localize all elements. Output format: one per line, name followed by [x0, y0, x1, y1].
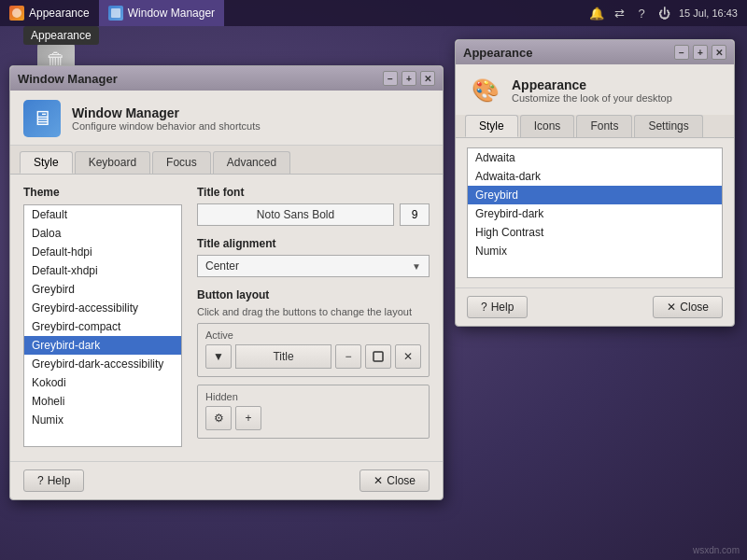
font-display[interactable]: Noto Sans Bold: [197, 203, 394, 226]
app-tab-settings-label: Settings: [648, 119, 688, 133]
wm-maximize-button[interactable]: +: [402, 71, 416, 86]
wm-close-button[interactable]: ✕ Close: [359, 469, 430, 492]
font-size: 9: [412, 208, 418, 221]
app-theme-list[interactable]: Adwaita Adwaita-dark Greybird Greybird-d…: [467, 147, 723, 278]
app-tab-fonts[interactable]: Fonts: [576, 115, 632, 137]
app-header: 🎨 Appearance Customize the look of your …: [456, 64, 734, 115]
tab-style[interactable]: Style: [20, 151, 73, 174]
wm-theme-kokodi[interactable]: Kokodi: [24, 373, 181, 392]
select-arrow-icon: ▼: [412, 261, 421, 272]
wm-theme-moheli[interactable]: Moheli: [24, 392, 181, 411]
tab-advanced[interactable]: Advanced: [213, 151, 290, 174]
wm-tab-bar: Style Keyboard Focus Advanced: [10, 146, 443, 175]
app-tab-bar: Style Icons Fonts Settings: [456, 115, 734, 138]
wm-minimize-button[interactable]: −: [383, 71, 398, 86]
tab-keyboard-label: Keyboard: [89, 156, 136, 169]
hidden-group: Hidden ⚙ +: [197, 385, 430, 439]
tab-focus[interactable]: Focus: [152, 151, 211, 174]
app-theme-greybird-dark[interactable]: Greybird-dark: [468, 204, 722, 223]
active-group: Active ▼ Title − ✕: [197, 323, 430, 377]
wm-theme-greybird-accessibility[interactable]: Greybird-accessibility: [24, 299, 181, 317]
active-btn-minimize[interactable]: −: [335, 344, 361, 369]
help-tray-icon[interactable]: ?: [634, 6, 649, 21]
app-theme-greybird[interactable]: Greybird: [468, 186, 722, 204]
power-icon[interactable]: ⏻: [656, 6, 671, 21]
app-help-label: Help: [491, 301, 514, 314]
wm-theme-list[interactable]: Default Daloa Default-hdpi Default-xhdpi…: [23, 204, 182, 447]
bell-icon[interactable]: 🔔: [589, 6, 604, 21]
tab-style-label: Style: [34, 156, 59, 169]
button-layout-group: Button layout Click and drag the buttons…: [197, 288, 430, 439]
title-alignment-select[interactable]: Center ▼: [197, 255, 430, 277]
wm-title: Window Manager: [18, 72, 118, 86]
title-text: Title: [273, 350, 293, 363]
button-layout-label: Button layout: [197, 288, 430, 301]
app-tab-settings[interactable]: Settings: [634, 115, 702, 137]
app-theme-numix[interactable]: Numix: [468, 242, 722, 260]
wm-theme-greybird[interactable]: Greybird: [24, 280, 181, 299]
tab-keyboard[interactable]: Keyboard: [75, 151, 150, 174]
svg-point-0: [12, 8, 21, 18]
wm-theme-default[interactable]: Default: [24, 205, 181, 224]
app-theme-adwaita-dark[interactable]: Adwaita-dark: [468, 167, 722, 186]
wm-header-icon: 🖥: [23, 100, 61, 137]
wm-header-subtitle: Configure window behavior and shortcuts: [72, 120, 261, 132]
hidden-btn-plus[interactable]: +: [235, 406, 261, 430]
active-btn-dropdown[interactable]: ▼: [205, 344, 232, 369]
app-maximize-button[interactable]: +: [693, 45, 708, 60]
app-minimize-button[interactable]: −: [674, 45, 689, 60]
tooltip: Appearance: [23, 26, 99, 45]
wm-theme-default-xhdpi[interactable]: Default-xhdpi: [24, 261, 181, 280]
active-group-label: Active: [205, 329, 421, 341]
app-close-button[interactable]: ✕: [712, 45, 726, 60]
app-title: Appearance: [463, 46, 532, 60]
theme-section: Theme Default Daloa Default-hdpi Default…: [23, 186, 182, 450]
app-header-subtitle: Customize the look of your desktop: [512, 92, 672, 104]
app-titlebar-buttons: − + ✕: [674, 45, 726, 60]
wm-taskbar-icon: [108, 6, 123, 21]
hidden-btn-settings[interactable]: ⚙: [205, 406, 232, 430]
branding: wsxdn.com: [693, 545, 740, 555]
font-size-box[interactable]: 9: [400, 203, 430, 226]
active-btn-maximize[interactable]: [365, 344, 391, 369]
active-btn-close[interactable]: ✕: [395, 344, 421, 369]
app-tab-style[interactable]: Style: [465, 115, 518, 137]
wm-titlebar: Window Manager − + ✕: [10, 66, 443, 91]
app-help-button[interactable]: ? Help: [467, 296, 528, 318]
wm-theme-greybird-compact[interactable]: Greybird-compact: [24, 317, 181, 336]
app-tab-icons[interactable]: Icons: [520, 115, 575, 137]
title-alignment-group: Title alignment Center ▼: [197, 237, 430, 277]
app-header-title: Appearance: [512, 77, 672, 92]
close-x-icon: ✕: [374, 474, 383, 487]
wm-header: 🖥 Window Manager Configure window behavi…: [10, 91, 443, 146]
app-close-button[interactable]: ✕ Close: [653, 296, 723, 318]
wm-header-text: Window Manager Configure window behavior…: [72, 105, 261, 132]
appearance-dialog: Appearance − + ✕ 🎨 Appearance Customize …: [455, 39, 735, 327]
hidden-btn-row: ⚙ +: [205, 406, 421, 430]
app-theme-adwaita[interactable]: Adwaita: [468, 148, 722, 167]
app-theme-high-contrast[interactable]: High Contrast: [468, 223, 722, 242]
active-title-box: Title: [235, 344, 331, 369]
taskbar-wm[interactable]: Window Manager: [99, 0, 224, 26]
wm-dialog: Window Manager − + ✕ 🖥 Window Manager Co…: [9, 65, 444, 500]
wm-help-button[interactable]: ? Help: [23, 469, 84, 492]
network-icon[interactable]: ⇄: [612, 6, 627, 21]
wm-close-button[interactable]: ✕: [420, 71, 435, 86]
wm-header-title: Window Manager: [72, 105, 261, 120]
app-footer: ? Help ✕ Close: [456, 287, 734, 326]
taskbar-appearance-label: Appearance: [29, 7, 90, 20]
app-tab-fonts-label: Fonts: [590, 119, 618, 133]
wm-theme-daloa[interactable]: Daloa: [24, 224, 181, 243]
wm-theme-numix[interactable]: Numix: [24, 411, 181, 429]
taskbar-appearance[interactable]: Appearance: [0, 0, 99, 26]
app-help-icon: ?: [481, 301, 487, 314]
wm-theme-greybird-dark[interactable]: Greybird-dark: [24, 336, 181, 355]
tooltip-text: Appearance: [31, 29, 92, 42]
font-name: Noto Sans Bold: [257, 208, 334, 221]
wm-theme-default-hdpi[interactable]: Default-hdpi: [24, 243, 181, 261]
wm-theme-greybird-dark-accessibility[interactable]: Greybird-dark-accessibility: [24, 355, 181, 373]
app-close-label: Close: [680, 301, 709, 314]
svg-rect-2: [374, 352, 383, 361]
active-btn-row: ▼ Title − ✕: [205, 344, 421, 369]
app-close-x-icon: ✕: [667, 301, 676, 314]
